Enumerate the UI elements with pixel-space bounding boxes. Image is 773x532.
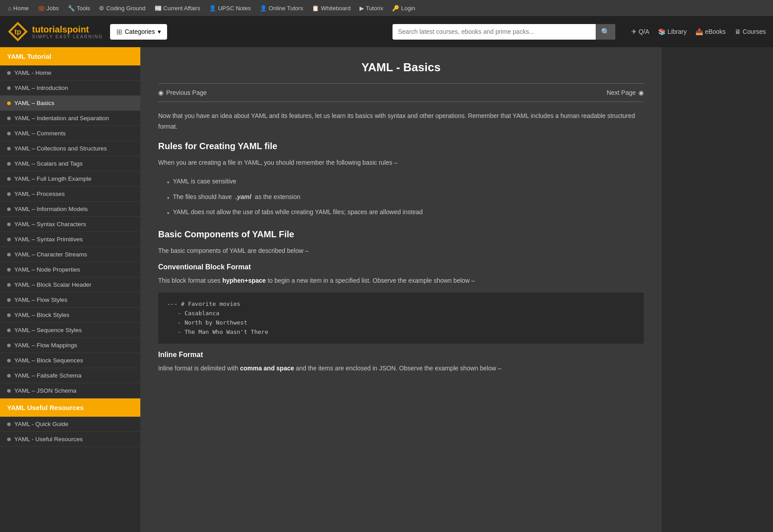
sidebar-item-label: YAML – Sequence Styles: [14, 327, 82, 333]
sidebar-item-label: YAML – Failsafe Schema: [14, 372, 82, 379]
ebooks-icon: 📥: [695, 28, 703, 35]
header-right-nav: ✈ Q/A 📚 Library 📥 eBooks 🖥 Courses: [631, 28, 766, 35]
section1-intro: When you are creating a file in YAML, yo…: [158, 158, 644, 168]
qa-icon: ✈: [631, 28, 637, 35]
sidebar-item-13[interactable]: YAML – Node Properties: [0, 262, 140, 277]
content-area: YAML - Basics ◉ Previous Page Next Page …: [140, 47, 662, 532]
rule-3: YAML does not allow the use of tabs whil…: [167, 205, 644, 220]
logo-subtitle: SIMPLY EASY LEARNING: [32, 34, 103, 39]
next-page-link[interactable]: Next Page ◉: [607, 89, 644, 96]
sidebar-item-4[interactable]: YAML – Comments: [0, 126, 140, 141]
sidebar-item-10[interactable]: YAML – Syntax Characters: [0, 217, 140, 232]
categories-button[interactable]: ⊞ Categories ▾: [110, 24, 167, 40]
bullet-icon: [7, 268, 11, 272]
sidebar-item-label: YAML – Block Scalar Header: [14, 281, 91, 288]
sidebar-item-label: YAML - Home: [14, 69, 51, 76]
code-block-1: --- # Favorite movies - Casablanca - Nor…: [158, 292, 644, 344]
bullet-icon: [7, 253, 11, 256]
sidebar-item-9[interactable]: YAML – Information Models: [0, 202, 140, 217]
sidebar-item-label: YAML – Introduction: [14, 85, 68, 91]
bullet-icon: [7, 223, 11, 226]
intro-text: Now that you have an idea about YAML and…: [158, 111, 644, 132]
prev-page-link[interactable]: ◉ Previous Page: [158, 89, 207, 96]
courses-icon: 🖥: [735, 28, 741, 35]
rules-list: YAML is case sensitive The files should …: [158, 174, 644, 220]
topnav-home[interactable]: ⌂ Home: [4, 3, 33, 13]
main-layout: YAML Tutorial YAML - HomeYAML – Introduc…: [0, 47, 773, 532]
topnav-whiteboard[interactable]: 📋 Whiteboard: [308, 3, 354, 13]
topnav-tools[interactable]: 🔧 Tools: [64, 3, 94, 13]
sidebar-item-14[interactable]: YAML – Block Scalar Header: [0, 277, 140, 292]
sidebar-item-12[interactable]: YAML – Character Streams: [0, 247, 140, 262]
sidebar-item-11[interactable]: YAML – Syntax Primitives: [0, 232, 140, 247]
bullet-icon: [7, 422, 11, 426]
topnav-login[interactable]: 🔑 Login: [389, 3, 419, 13]
subsection2-title: Inline Format: [158, 351, 644, 359]
sidebar-items: YAML - HomeYAML – IntroductionYAML – Bas…: [0, 65, 140, 398]
next-icon: ◉: [638, 89, 644, 96]
home-icon: ⌂: [8, 5, 12, 12]
dropdown-arrow-icon: ▾: [158, 28, 161, 35]
topnav-online-tutors[interactable]: 👤 Online Tutors: [256, 3, 307, 13]
topnav-coding-ground[interactable]: ⚙ Coding Ground: [95, 3, 149, 13]
sidebar-item-0[interactable]: YAML - Home: [0, 65, 140, 81]
jobs-icon: 💼: [38, 5, 45, 12]
bullet-icon: [7, 313, 11, 317]
sidebar-resource-item-1[interactable]: YAML - Useful Resources: [0, 432, 140, 447]
sidebar-item-8[interactable]: YAML – Processes: [0, 187, 140, 202]
topnav-current-affairs[interactable]: 📰 Current Affairs: [151, 3, 204, 13]
affairs-icon: 📰: [155, 5, 162, 12]
sidebar-item-20[interactable]: YAML – Failsafe Schema: [0, 368, 140, 383]
sidebar-item-label: YAML – Character Streams: [14, 251, 87, 258]
logo-brand: tutorialspoint: [32, 24, 103, 34]
prev-icon: ◉: [158, 89, 164, 96]
sidebar-item-label: YAML - Useful Resources: [14, 436, 83, 443]
bullet-icon: [7, 192, 11, 196]
tutorix-icon: ▶: [360, 5, 364, 12]
bullet-icon: [7, 389, 11, 393]
sidebar-item-19[interactable]: YAML – Block Sequences: [0, 353, 140, 368]
page-title: YAML - Basics: [158, 61, 644, 74]
topnav-tutorix[interactable]: ▶ Tutorix: [356, 3, 387, 13]
bullet-icon: [7, 329, 11, 332]
sidebar-item-5[interactable]: YAML – Collections and Structures: [0, 141, 140, 156]
sidebar-resource-item-0[interactable]: YAML - Quick Guide: [0, 417, 140, 432]
section2-intro: The basic components of YAML are describ…: [158, 246, 644, 256]
sidebar-item-6[interactable]: YAML – Scalars and Tags: [0, 156, 140, 171]
library-link[interactable]: 📚 Library: [658, 28, 687, 35]
logo-text-area: tutorialspoint SIMPLY EASY LEARNING: [32, 24, 103, 39]
sidebar-item-label: YAML – Node Properties: [14, 266, 80, 273]
sidebar-item-7[interactable]: YAML – Full Length Example: [0, 171, 140, 187]
page-navigation: ◉ Previous Page Next Page ◉: [158, 83, 644, 102]
sidebar-item-label: YAML – Information Models: [14, 206, 88, 212]
bullet-icon: [7, 162, 11, 166]
sidebar-item-18[interactable]: YAML – Flow Mappings: [0, 338, 140, 353]
rule-1: YAML is case sensitive: [167, 174, 644, 189]
bullet-icon: [7, 298, 11, 302]
notes-icon: 👤: [209, 5, 216, 12]
courses-link[interactable]: 🖥 Courses: [735, 28, 766, 35]
sidebar-item-16[interactable]: YAML – Block Styles: [0, 308, 140, 323]
qa-link[interactable]: ✈ Q/A: [631, 28, 649, 35]
sidebar-item-2[interactable]: YAML – Basics: [0, 96, 140, 111]
sidebar-item-21[interactable]: YAML – JSON Schema: [0, 383, 140, 398]
sidebar-item-15[interactable]: YAML – Flow Styles: [0, 292, 140, 308]
search-bar: 🔍: [393, 24, 615, 40]
bullet-icon: [7, 147, 11, 150]
sidebar-item-label: YAML – Block Sequences: [14, 357, 83, 364]
search-button[interactable]: 🔍: [596, 24, 615, 40]
sidebar-item-3[interactable]: YAML – Indentation and Separation: [0, 111, 140, 126]
sidebar-item-label: YAML – Flow Mappings: [14, 342, 77, 349]
sidebar-item-17[interactable]: YAML – Sequence Styles: [0, 323, 140, 338]
sidebar-item-label: YAML – Basics: [14, 100, 54, 106]
topnav-upsc-notes[interactable]: 👤 UPSC Notes: [205, 3, 254, 13]
sidebar-item-1[interactable]: YAML – Introduction: [0, 81, 140, 96]
subsection1-title: Conventional Block Format: [158, 263, 644, 271]
topnav-jobs[interactable]: 💼 Jobs: [34, 3, 62, 13]
bullet-icon: [7, 207, 11, 211]
ebooks-link[interactable]: 📥 eBooks: [695, 28, 726, 35]
sidebar-item-label: YAML – Scalars and Tags: [14, 160, 83, 167]
search-input[interactable]: [393, 24, 596, 39]
sidebar-item-label: YAML – Collections and Structures: [14, 145, 107, 152]
coding-icon: ⚙: [99, 5, 104, 12]
